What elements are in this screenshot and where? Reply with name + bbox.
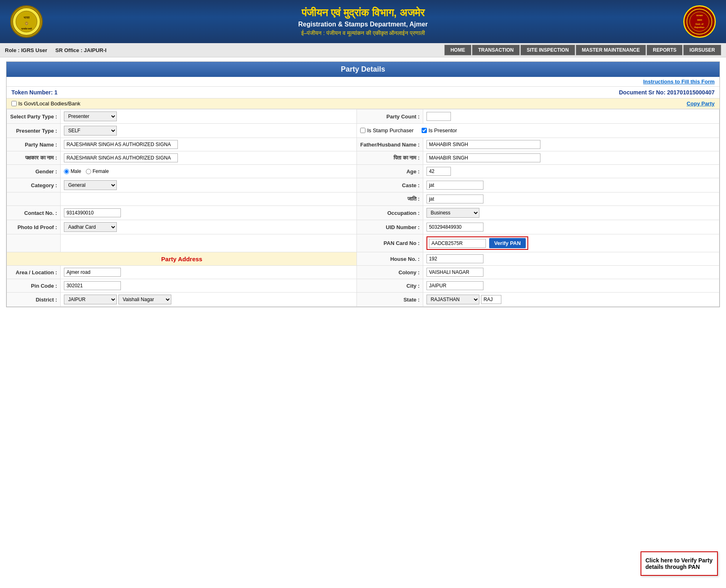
gender-cell: Male Female [61,165,357,178]
caste-input[interactable] [426,181,483,190]
category-dropdown[interactable]: General [64,180,117,190]
pan-empty-label [7,234,61,252]
select-party-type-dropdown[interactable]: Presenter [64,111,117,121]
state-dropdown[interactable]: RAJASTHAN [426,295,479,304]
presenter-type-dropdown[interactable]: SELF [64,126,117,136]
india-emblem: भारत 🦁 सत्यमेव जयते [10,5,43,38]
gender-female-radio[interactable] [86,169,91,174]
presenter-type-cell: SELF [61,124,357,138]
jaati-label: जाति : [357,192,423,206]
is-stamp-purchaser-label[interactable]: Is Stamp Purchaser [360,127,413,133]
district-dropdown[interactable]: JAIPUR [64,295,117,304]
house-no-cell [423,252,719,266]
occupation-dropdown[interactable]: Business [426,208,479,218]
nav-home[interactable]: HOME [444,45,471,55]
area-location-cell [61,266,357,279]
nav-igrsuser[interactable]: IGRSUSER [683,45,721,55]
photo-id-cell: Aadhar Card [61,220,357,234]
district-row: JAIPUR Vaishali Nagar [64,295,353,304]
token-number: Token Number: 1 [11,89,57,96]
header-logo-right: राजस्थान सरकार Govt. of Rajasthan [681,3,718,40]
govt-bar-left: Is Govt/Local Bodies/Bank [11,101,80,107]
is-govt-checkbox[interactable] [11,101,17,106]
father-husband-input[interactable] [426,140,540,149]
select-party-type-label: Select Party Type : [7,109,61,124]
empty-label [7,192,61,206]
area-location-input[interactable] [64,268,121,277]
house-no-input[interactable] [426,254,483,263]
verify-pan-button[interactable]: Verify PAN [489,238,526,248]
pan-label: PAN Card No : [357,234,423,252]
is-presentor-checkbox[interactable] [422,128,427,133]
uid-cell [423,220,719,234]
svg-text:राजस्थान: राजस्थान [696,14,703,17]
table-row: Contact No. : Occupation : Business [7,206,719,220]
svg-text:Govt. of: Govt. of [695,22,704,25]
party-name-label: Party Name : [7,138,61,151]
header-logo-left: भारत 🦁 सत्यमेव जयते [8,3,45,40]
is-govt-label[interactable]: Is Govt/Local Bodies/Bank [11,101,80,107]
section-title: Party Details [341,65,385,73]
gender-male-label[interactable]: Male [64,168,81,174]
nav-transaction[interactable]: TRANSACTION [472,45,520,55]
copy-party-link[interactable]: Copy Party [687,101,715,107]
table-row: Area / Location : Colony : [7,266,719,279]
uid-label: UID Number : [357,220,423,234]
father-husband-label: Father/Husband Name : [357,138,423,151]
city-input[interactable] [426,281,483,290]
party-name-hi-input[interactable] [64,153,178,162]
party-count-input[interactable] [426,112,451,121]
colony-input[interactable] [426,268,483,277]
jaati-input[interactable] [426,195,483,203]
photo-id-dropdown[interactable]: Aadhar Card [64,222,117,232]
pin-code-input[interactable] [64,281,121,290]
table-row: Presenter Type : SELF Is Stamp Purchaser… [7,124,719,138]
party-count-label: Party Count : [357,109,423,124]
jaati-cell [423,192,719,206]
pan-empty-cell [61,234,357,252]
gender-female-label[interactable]: Female [86,168,109,174]
nav-reports[interactable]: REPORTS [647,45,682,55]
select-party-type-cell: Presenter [61,109,357,124]
nav-site-inspection[interactable]: SITE INSPECTION [520,45,575,55]
state-row: RAJASTHAN [426,295,716,304]
presenter-type-label: Presenter Type : [7,124,61,138]
contact-label: Contact No. : [7,206,61,220]
party-count-cell [423,109,719,124]
party-name-input[interactable] [64,140,178,149]
pita-input[interactable] [426,153,540,162]
caste-cell [423,178,719,192]
is-stamp-purchaser-checkbox[interactable] [360,128,365,133]
pita-label: पिता का नाम : [357,151,423,165]
table-row: PAN Card No : Verify PAN [7,234,719,252]
svg-text:सत्यमेव जयते: सत्यमेव जयते [21,27,33,30]
table-row: Select Party Type : Presenter Party Coun… [7,109,719,124]
token-doc-bar: Token Number: 1 Document Sr No: 20170101… [7,87,719,98]
table-row: Gender : Male Female Age : [7,165,719,178]
pin-code-label: Pin Code : [7,279,61,293]
header-subtitle: ई–पंजीयन : पंजीयन व मूल्यांकन की एकीकृत … [45,30,681,37]
instructions-link[interactable]: Instructions to Fill this Form [643,79,715,85]
empty-cell [61,192,357,206]
state-cell: RAJASTHAN [423,293,719,307]
tehsil-dropdown[interactable]: Vaishali Nagar [118,295,171,304]
svg-text:सरकार: सरकार [697,18,702,21]
uid-input[interactable] [426,223,483,232]
rajasthan-seal: राजस्थान सरकार Govt. of Rajasthan [683,5,716,38]
city-cell [423,279,719,293]
gender-radio-group: Male Female [64,168,353,174]
photo-id-label: Photo Id Proof : [7,220,61,234]
age-input[interactable] [426,167,451,176]
is-presentor-label[interactable]: Is Presentor [422,127,457,133]
state-code-input[interactable] [481,295,501,304]
pita-cell [423,151,719,165]
gender-male-radio[interactable] [64,169,69,174]
contact-input[interactable] [64,208,121,217]
colony-label: Colony : [357,266,423,279]
navbar-office: SR Office : JAIPUR-I [55,47,107,53]
pan-input[interactable] [429,239,486,248]
nav-master-maintenance[interactable]: MASTER MAINTENANCE [576,45,646,55]
father-husband-cell [423,138,719,151]
table-row: Category : General Caste : [7,178,719,192]
table-row: District : JAIPUR Vaishali Nagar State :… [7,293,719,307]
